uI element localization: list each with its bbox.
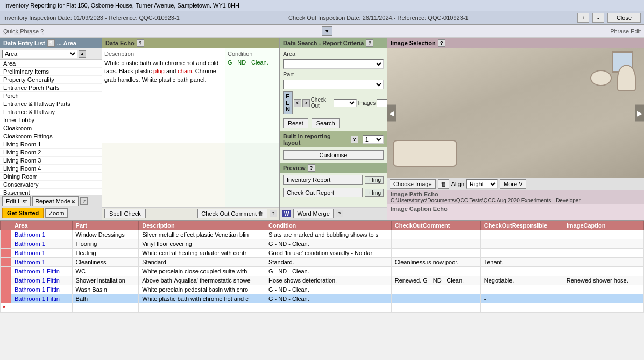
cell-part[interactable]: Window Dressings xyxy=(72,230,139,239)
cell-description[interactable]: White central heating radiator with cont… xyxy=(139,249,265,258)
word-merge-button[interactable]: Word Merge xyxy=(293,209,333,218)
new-row-cell[interactable] xyxy=(72,303,139,313)
cell-checkOutComment[interactable] xyxy=(391,230,480,239)
reporting-layout-help[interactable]: ? xyxy=(351,136,358,143)
cell-area[interactable]: Bathroom 1 xyxy=(11,258,73,267)
cell-area[interactable]: Bathroom 1 Fittin xyxy=(11,276,73,285)
new-row-cell[interactable] xyxy=(139,303,265,313)
checkout-plus-img[interactable]: + Img xyxy=(365,189,384,197)
inventory-plus-img[interactable]: + Img xyxy=(365,176,384,184)
choose-image-button[interactable]: Choose Image xyxy=(390,179,436,189)
reset-button[interactable]: Reset xyxy=(283,118,308,128)
cell-checkOutComment[interactable] xyxy=(391,249,480,258)
cell-checkOutComment[interactable] xyxy=(391,239,480,249)
checkout-comment-button[interactable]: Check Out Comment 🗑 xyxy=(197,209,267,218)
cell-description[interactable]: White porcelain pedestal basin with chro xyxy=(139,285,265,294)
list-item[interactable]: Conservatory xyxy=(0,181,102,189)
cell-checkOutResponsible[interactable] xyxy=(480,230,563,239)
cell-condition[interactable]: G - ND - Clean. xyxy=(265,285,392,294)
cell-description[interactable]: Silver metallic effect plastic Venetian … xyxy=(139,230,265,239)
repeat-help[interactable]: ? xyxy=(80,197,88,205)
cell-imageCaption[interactable] xyxy=(563,230,643,239)
list-item[interactable]: Porch xyxy=(0,92,102,100)
cell-part[interactable]: Bath xyxy=(72,294,139,303)
cell-checkOutResponsible[interactable]: Negotiable. xyxy=(480,276,563,285)
data-echo-help[interactable]: ? xyxy=(137,39,144,47)
cell-condition[interactable]: Standard. xyxy=(265,258,392,267)
list-item[interactable]: Cloakroom Fittings xyxy=(0,132,102,140)
new-row-cell[interactable] xyxy=(391,303,480,313)
image-scroll-left[interactable]: ◀ xyxy=(387,105,396,122)
table-row[interactable]: Bathroom 1 FittinWCWhite porcelain close… xyxy=(1,267,644,276)
cell-checkOutResponsible[interactable] xyxy=(480,239,563,249)
data-search-help[interactable]: ? xyxy=(366,39,373,47)
list-item[interactable]: Inner Lobby xyxy=(0,116,102,124)
list-item[interactable]: Property Generality xyxy=(0,76,102,84)
table-row[interactable]: Bathroom 1HeatingWhite central heating r… xyxy=(1,249,644,258)
cell-condition[interactable]: G - ND - Clean. xyxy=(265,239,392,249)
table-row[interactable]: Bathroom 1CleanlinessStandard.Standard.C… xyxy=(1,258,644,267)
cell-area[interactable]: Bathroom 1 Fittin xyxy=(11,285,73,294)
new-row[interactable]: * xyxy=(1,303,644,313)
word-merge-help[interactable]: ? xyxy=(336,210,343,217)
list-item[interactable]: Entrance & Hallway xyxy=(0,108,102,116)
image-selection-help[interactable]: ? xyxy=(438,39,445,47)
cell-description[interactable]: Vinyl floor covering xyxy=(139,239,265,249)
list-item[interactable]: Entrance & Hallway Parts xyxy=(0,100,102,108)
cell-imageCaption[interactable] xyxy=(563,258,643,267)
table-row[interactable]: Bathroom 1 FittinBathWhite plastic bath … xyxy=(1,294,644,303)
cell-imageCaption[interactable] xyxy=(563,249,643,258)
cell-imageCaption[interactable] xyxy=(563,239,643,249)
new-row-cell[interactable] xyxy=(563,303,643,313)
cell-description[interactable]: Above bath-Aqualisa' thermostatic showe xyxy=(139,276,265,285)
plus-button[interactable]: + xyxy=(577,13,589,23)
checkout-report-button[interactable]: Check Out Report xyxy=(283,188,363,197)
customise-button[interactable]: Customise xyxy=(283,150,384,160)
cell-imageCaption[interactable] xyxy=(563,294,643,303)
search-button[interactable]: Search xyxy=(312,118,340,128)
cell-description[interactable]: White plastic bath with chrome hot and c xyxy=(139,294,265,303)
checkout-help[interactable]: ? xyxy=(270,210,277,217)
cell-part[interactable]: Flooring xyxy=(72,239,139,249)
cell-checkOutResponsible[interactable]: Tenant. xyxy=(480,258,563,267)
quick-phrase-dropdown[interactable]: ▼ xyxy=(322,26,332,36)
checkout-select[interactable] xyxy=(334,99,357,107)
image-trash-button[interactable]: 🗑 xyxy=(438,179,449,189)
cell-checkOutComment[interactable] xyxy=(391,294,480,303)
table-row[interactable]: Bathroom 1FlooringVinyl floor coveringG … xyxy=(1,239,644,249)
cell-imageCaption[interactable] xyxy=(563,267,643,276)
cell-part[interactable]: Wash Basin xyxy=(72,285,139,294)
cell-part[interactable]: Shower installation xyxy=(72,276,139,285)
list-item[interactable]: Living Room 3 xyxy=(0,157,102,165)
cell-condition[interactable]: Hose shows deterioration. xyxy=(265,276,392,285)
cell-checkOutResponsible[interactable] xyxy=(480,285,563,294)
layout-select[interactable]: 1 xyxy=(363,135,384,144)
cell-area[interactable]: Bathroom 1 xyxy=(11,249,73,258)
cell-area[interactable]: Bathroom 1 Fittin xyxy=(11,267,73,276)
arrow-right-btn[interactable]: > xyxy=(302,99,310,107)
cell-imageCaption[interactable] xyxy=(563,285,643,294)
list-item[interactable]: Basement xyxy=(0,189,102,195)
cell-part[interactable]: Heating xyxy=(72,249,139,258)
new-row-cell[interactable] xyxy=(11,303,73,313)
cell-condition[interactable]: Good 'In use' condition visually - No da… xyxy=(265,249,392,258)
cell-area[interactable]: Bathroom 1 xyxy=(11,230,73,239)
arrow-left-btn[interactable]: < xyxy=(294,99,301,107)
repeat-mode-button[interactable]: Repeat Mode ⊠ xyxy=(32,196,79,206)
new-row-cell[interactable] xyxy=(265,303,392,313)
phrase-edit-label[interactable]: Phrase Edit xyxy=(610,28,641,34)
zoom-button[interactable]: Zoom xyxy=(45,208,68,218)
list-item[interactable]: Area xyxy=(0,60,102,68)
cell-checkOutComment[interactable] xyxy=(391,285,480,294)
cell-condition[interactable]: G - ND - Clean. xyxy=(265,267,392,276)
table-container[interactable]: Area Part Description Condition CheckOut… xyxy=(0,221,644,358)
list-item[interactable]: Dining Room xyxy=(0,173,102,181)
fln-box[interactable]: F L N xyxy=(283,91,293,114)
table-row[interactable]: Bathroom 1Window DressingsSilver metalli… xyxy=(1,230,644,239)
cell-checkOutResponsible[interactable]: - xyxy=(480,294,563,303)
get-started-button[interactable]: Get Started xyxy=(2,208,44,218)
new-row-cell[interactable] xyxy=(480,303,563,313)
table-row[interactable]: Bathroom 1 FittinWash BasinWhite porcela… xyxy=(1,285,644,294)
edit-list-button[interactable]: Edit List xyxy=(2,196,31,206)
quick-phrase-label[interactable]: Quick Phrase ? xyxy=(3,28,44,34)
